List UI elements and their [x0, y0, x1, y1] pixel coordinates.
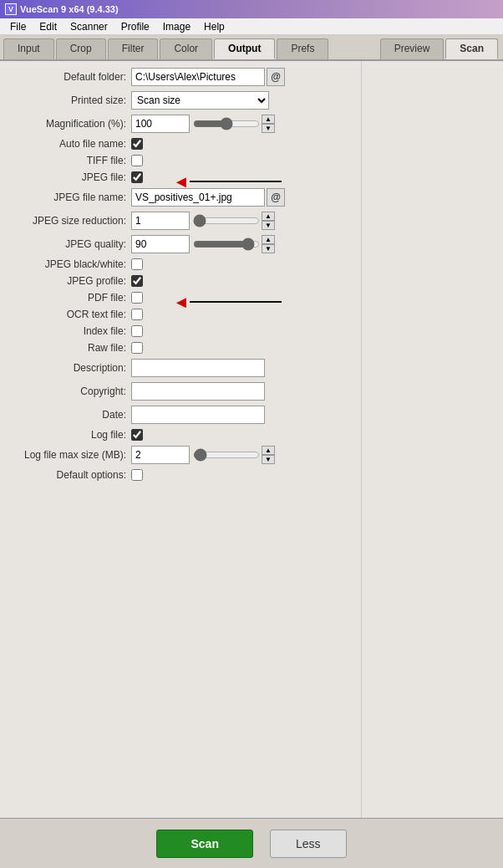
menu-edit[interactable]: Edit [33, 19, 64, 34]
log-file-max-size-slider[interactable] [193, 447, 260, 462]
ocr-text-file-checkbox[interactable] [131, 309, 143, 320]
printed-size-select[interactable]: Scan size 4x6 5x7 8x10 [131, 91, 269, 110]
date-row: Date: [10, 406, 351, 424]
jpeg-file-name-input[interactable] [131, 188, 265, 207]
copyright-input[interactable] [131, 382, 265, 401]
log-file-max-size-slider-container [193, 447, 260, 462]
tiff-file-label: TIFF file: [10, 155, 131, 166]
magnification-input[interactable] [131, 115, 190, 133]
jpeg-profile-row: JPEG profile: [10, 275, 351, 287]
magnification-label: Magnification (%): [10, 118, 131, 130]
tab-output[interactable]: Output [214, 38, 275, 59]
scan-button[interactable]: Scan [156, 830, 252, 858]
jpeg-file-checkbox[interactable] [131, 171, 143, 183]
left-panel: Default folder: @ ◄ Printed size: Scan s… [0, 61, 361, 818]
main-container: Input Crop Filter Color Output Prefs Pre… [0, 35, 503, 868]
log-file-checkbox[interactable] [131, 429, 143, 441]
menu-help[interactable]: Help [197, 19, 231, 34]
jpeg-quality-slider[interactable] [193, 237, 260, 252]
jpeg-black-white-label: JPEG black/white: [10, 258, 131, 270]
raw-file-label: Raw file: [10, 342, 131, 354]
log-file-max-size-up[interactable]: ▲ [262, 446, 275, 455]
right-panel [361, 61, 503, 818]
tab-input[interactable]: Input [3, 38, 54, 59]
auto-file-name-checkbox[interactable] [131, 138, 143, 150]
magnification-slider-container [193, 116, 260, 131]
tab-color[interactable]: Color [160, 38, 212, 59]
log-file-max-size-down[interactable]: ▼ [262, 455, 275, 464]
tab-prefs[interactable]: Prefs [277, 38, 328, 59]
pdf-file-row: PDF file: ◄ [10, 292, 351, 304]
date-input[interactable] [131, 406, 265, 424]
ocr-text-file-label: OCR text file: [10, 309, 131, 320]
tiff-file-checkbox[interactable] [131, 155, 143, 166]
magnification-slider[interactable] [193, 116, 260, 131]
less-button[interactable]: Less [270, 830, 347, 858]
jpeg-quality-up[interactable]: ▲ [262, 235, 275, 244]
jpeg-black-white-row: JPEG black/white: [10, 258, 351, 270]
title-text: VueScan 9 x64 (9.4.33) [20, 4, 119, 14]
log-file-max-size-label: Log file max size (MB): [10, 449, 131, 461]
magnification-down[interactable]: ▼ [262, 124, 275, 133]
title-bar: V VueScan 9 x64 (9.4.33) [0, 0, 503, 18]
copyright-label: Copyright: [10, 385, 131, 397]
bottom-bar: Scan Less [0, 818, 503, 868]
jpeg-file-name-at-button[interactable]: @ [267, 188, 285, 207]
menu-scanner[interactable]: Scanner [64, 19, 114, 34]
jpeg-quality-input[interactable] [131, 235, 190, 253]
tab-preview[interactable]: Preview [380, 38, 445, 59]
menu-file[interactable]: File [3, 19, 33, 34]
description-input[interactable] [131, 359, 265, 377]
jpeg-black-white-checkbox[interactable] [131, 258, 143, 270]
jpeg-quality-spinner: ▲ ▼ [262, 235, 275, 253]
jpeg-profile-checkbox[interactable] [131, 275, 143, 287]
jpeg-size-reduction-down[interactable]: ▼ [262, 221, 275, 230]
default-options-label: Default options: [10, 469, 131, 481]
index-file-checkbox[interactable] [131, 325, 143, 337]
magnification-spinner: ▲ ▼ [262, 115, 275, 133]
tab-filter[interactable]: Filter [108, 38, 159, 59]
raw-file-checkbox[interactable] [131, 342, 143, 354]
jpeg-size-reduction-input[interactable] [131, 212, 190, 230]
ocr-text-file-row: OCR text file: [10, 309, 351, 320]
description-label: Description: [10, 362, 131, 374]
log-file-max-size-spinner: ▲ ▼ [262, 446, 275, 464]
content-area: Default folder: @ ◄ Printed size: Scan s… [0, 61, 503, 818]
jpeg-size-reduction-label: JPEG size reduction: [10, 215, 131, 227]
copyright-row: Copyright: [10, 382, 351, 401]
default-options-row: Default options: [10, 469, 351, 481]
index-file-row: Index file: [10, 325, 351, 337]
jpeg-quality-down[interactable]: ▼ [262, 244, 275, 253]
menu-image[interactable]: Image [156, 19, 197, 34]
magnification-up[interactable]: ▲ [262, 115, 275, 124]
jpeg-profile-label: JPEG profile: [10, 275, 131, 287]
index-file-label: Index file: [10, 325, 131, 337]
app-icon: V [5, 3, 17, 15]
jpeg-quality-row: JPEG quality: ▲ ▼ [10, 235, 351, 253]
jpeg-file-name-row: JPEG file name: @ ◄ [10, 188, 351, 207]
menu-bar: File Edit Scanner Profile Image Help [0, 18, 503, 35]
menu-profile[interactable]: Profile [114, 19, 156, 34]
auto-file-name-label: Auto file name: [10, 138, 131, 150]
date-label: Date: [10, 409, 131, 421]
default-options-checkbox[interactable] [131, 469, 143, 481]
printed-size-row: Printed size: Scan size 4x6 5x7 8x10 [10, 91, 351, 110]
default-folder-at-button[interactable]: @ [267, 68, 285, 86]
pdf-file-label: PDF file: [10, 292, 131, 304]
log-file-max-size-input[interactable] [131, 446, 190, 464]
log-file-label: Log file: [10, 429, 131, 441]
magnification-row: Magnification (%): ▲ ▼ [10, 115, 351, 133]
log-file-row: Log file: [10, 429, 351, 441]
pdf-file-checkbox[interactable] [131, 292, 143, 304]
tab-scan[interactable]: Scan [445, 38, 498, 59]
printed-size-label: Printed size: [10, 94, 131, 106]
jpeg-size-reduction-slider[interactable] [193, 213, 260, 228]
log-file-max-size-row: Log file max size (MB): ▲ ▼ [10, 446, 351, 464]
jpeg-quality-slider-container [193, 237, 260, 252]
jpeg-size-reduction-spinner: ▲ ▼ [262, 212, 275, 230]
default-folder-input[interactable] [131, 68, 265, 86]
jpeg-size-reduction-up[interactable]: ▲ [262, 212, 275, 221]
default-folder-row: Default folder: @ ◄ [10, 68, 351, 86]
tiff-file-row: TIFF file: [10, 155, 351, 166]
tab-crop[interactable]: Crop [56, 38, 106, 59]
